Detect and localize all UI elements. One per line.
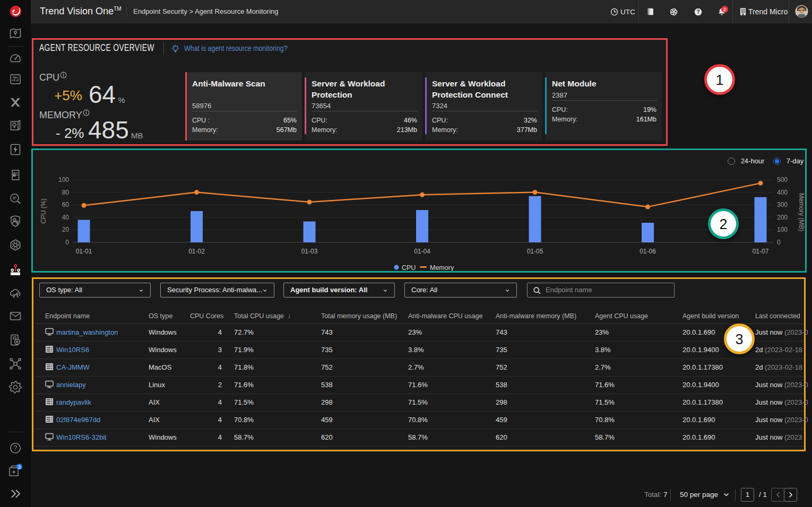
svg-text:CPU (%): CPU (%) [40, 198, 47, 223]
svg-text:3: 3 [18, 464, 21, 470]
svg-text:Memory: Memory [430, 264, 454, 272]
svg-text:?: ? [14, 444, 18, 452]
svg-text:80: 80 [62, 189, 70, 196]
svg-text:Memory (MB): Memory (MB) [798, 193, 805, 232]
svg-text:500: 500 [777, 176, 788, 183]
svg-text:300: 300 [777, 201, 788, 208]
svg-text:?: ? [696, 9, 699, 15]
svg-text:40: 40 [62, 214, 70, 221]
svg-text:100: 100 [58, 176, 69, 183]
svg-text:01-02: 01-02 [188, 248, 205, 255]
svg-text:20: 20 [62, 226, 70, 233]
svg-text:01-07: 01-07 [753, 248, 769, 255]
svg-text:0: 0 [777, 239, 781, 246]
svg-text:01-01: 01-01 [76, 248, 92, 255]
svg-text:60: 60 [62, 201, 70, 208]
svg-text:0: 0 [65, 239, 69, 246]
svg-text:01-05: 01-05 [527, 248, 543, 255]
svg-text:CPU: CPU [402, 264, 416, 272]
svg-text:100: 100 [777, 226, 788, 233]
svg-text:01-04: 01-04 [414, 248, 430, 255]
svg-text:01-03: 01-03 [301, 248, 318, 255]
svg-text:01-06: 01-06 [640, 248, 656, 255]
svg-text:400: 400 [777, 189, 788, 196]
svg-text:200: 200 [777, 214, 788, 221]
